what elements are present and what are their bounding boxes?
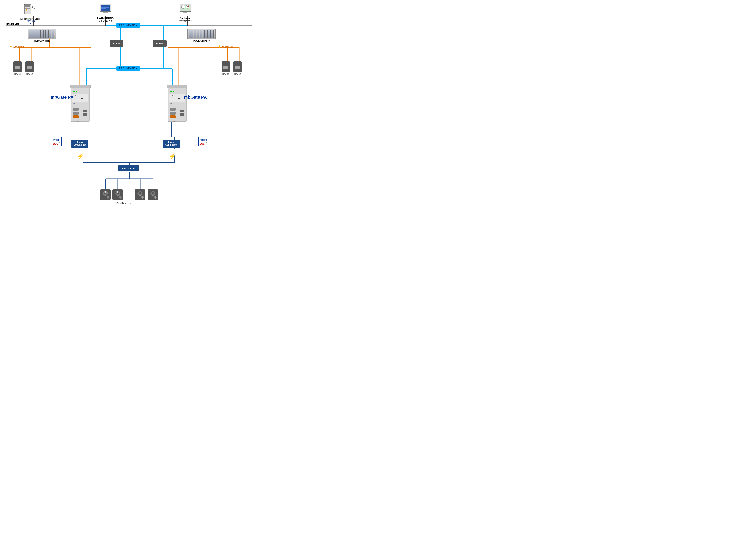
svg-text:soft: soft: [76, 120, 79, 122]
svg-text:PA: PA: [178, 97, 180, 99]
svg-line-46: [32, 7, 35, 9]
svg-text:nbGate: nbGate: [170, 95, 175, 97]
profibus-left-bus: BUS: [53, 142, 58, 145]
svg-rect-63: [181, 13, 190, 13]
svg-point-43: [26, 9, 27, 11]
engineering-node: ENGINEERING e.g. Unity Pro: [97, 4, 114, 22]
redundancy-mid-label: REDUNDANCY: [116, 66, 140, 71]
svg-text:nbGate: nbGate: [73, 95, 78, 97]
power-cond-right-label: PowerConditioner: [165, 141, 177, 146]
device-label-left-1: Device: [14, 73, 21, 75]
svg-rect-65: [70, 85, 91, 88]
svg-rect-48: [101, 5, 110, 11]
profibus-right-sup: ®: [205, 142, 207, 144]
profibus-right-bus: BUS: [200, 142, 204, 145]
svg-point-80: [171, 91, 172, 92]
modbus-star-left: ✦: [9, 44, 13, 49]
device-icon-left-2: [25, 62, 34, 72]
device-label-right-1: Device: [222, 73, 229, 75]
profibus-left-profi: PROFI: [53, 139, 60, 141]
profibus-right: PROFI BUS ®: [198, 137, 208, 146]
engineering-icon: [98, 4, 113, 16]
svg-rect-76: [83, 113, 87, 116]
svg-point-67: [76, 91, 77, 92]
svg-text:soft: soft: [174, 120, 176, 122]
svg-rect-88: [170, 115, 176, 118]
field-device-icon-1: [100, 189, 111, 201]
svg-rect-87: [170, 112, 176, 114]
device-icon-right-1: [222, 62, 230, 72]
plant-asset-icon: [178, 4, 193, 16]
power-cond-left-label: PowerConditioner: [74, 141, 86, 146]
diagram-container: Modbus OPC Server OPC UA OPC ENGINEERING…: [0, 0, 258, 207]
field-device-icon-2: [112, 189, 123, 201]
device-icon-left-1: [14, 62, 21, 72]
mbgate-left-label: mbGate PA: [51, 95, 73, 100]
device-right-1: Device: [222, 62, 230, 75]
modbus-right: ✦ Modbus: [218, 44, 233, 49]
opc-server-icon: [23, 4, 39, 16]
field-device-3: [134, 189, 146, 202]
mbgate-left-icon: nbGate PA CE soft: [70, 84, 91, 123]
svg-point-66: [73, 91, 75, 92]
mbgate-left-container: mbGate PA nbGate PA CE: [70, 84, 91, 124]
device-icon-right-2: [233, 62, 242, 72]
profibus-right-profi: PROFI: [200, 139, 207, 141]
svg-rect-90: [180, 113, 184, 116]
device-right-2: Device: [233, 62, 242, 75]
svg-text:CE: CE: [73, 103, 75, 105]
svg-rect-42: [25, 8, 30, 9]
power-conditioner-right: PowerConditioner: [163, 140, 180, 148]
svg-text:CE: CE: [170, 103, 172, 105]
svg-rect-82: [169, 94, 185, 102]
device-label-left-2: Device: [26, 73, 33, 75]
m580-left: MODICON M580: [28, 29, 56, 42]
engineering-sublabel: e.g. Unity Pro: [97, 20, 114, 22]
svg-rect-74: [73, 115, 79, 118]
engineering-label: ENGINEERING: [97, 17, 114, 20]
profibus-left: PROFI BUS ®: [52, 137, 62, 146]
router-right: Router: [153, 40, 167, 46]
plant-asset-node: Plant Asset Management: [178, 4, 193, 22]
router-left: Router: [110, 40, 123, 46]
field-device-icon-3: [134, 189, 146, 201]
modbus-left-label: Modbus: [14, 45, 24, 48]
svg-rect-86: [170, 108, 176, 111]
field-device-4: [147, 189, 158, 202]
svg-rect-73: [73, 112, 79, 114]
svg-rect-75: [83, 110, 87, 113]
opc-server-label: Modbus OPC Server: [20, 18, 41, 20]
modbus-star-right: ✦: [218, 44, 221, 49]
device-left-2: Device: [25, 62, 34, 75]
device-label-right-2: Device: [234, 73, 241, 75]
mbgate-right-container: mbGate PA nbGate PA CE soft: [167, 84, 187, 124]
svg-rect-89: [180, 110, 184, 113]
plant-asset-sublabel: Management: [178, 19, 193, 22]
device-left-1: Device: [14, 62, 21, 75]
opc-ua-label: OPC UA: [20, 20, 41, 22]
field-device-2: [112, 189, 123, 202]
svg-rect-62: [183, 12, 187, 13]
mbgate-right-label: mbGate PA: [184, 95, 207, 100]
power-symbol-left: ⚡: [77, 153, 84, 160]
m580-left-label: MODICON M580: [28, 39, 56, 42]
field-devices-label: Field Devices: [116, 202, 131, 205]
opc-server-node: Modbus OPC Server OPC UA OPC: [20, 4, 41, 25]
m580-right-label: MODICON M580: [187, 39, 216, 42]
redundancy-top-label: REDUNDANCY: [116, 23, 140, 28]
field-device-1: [100, 189, 111, 202]
power-conditioner-left: PowerConditioner: [71, 140, 88, 148]
svg-rect-40: [25, 5, 30, 6]
svg-rect-79: [167, 85, 187, 88]
power-symbol-right: ⚡: [169, 153, 176, 160]
profibus-left-sup: ®: [59, 142, 60, 144]
field-device-icon-4: [147, 189, 158, 201]
svg-text:PA: PA: [81, 97, 83, 99]
mbgate-right-icon: nbGate PA CE soft: [167, 84, 187, 123]
svg-rect-52: [103, 12, 108, 13]
svg-rect-68: [72, 94, 88, 102]
m580-right: MODICON M580: [187, 29, 216, 42]
svg-rect-41: [25, 7, 30, 7]
svg-rect-72: [73, 108, 79, 111]
svg-line-44: [32, 6, 35, 7]
